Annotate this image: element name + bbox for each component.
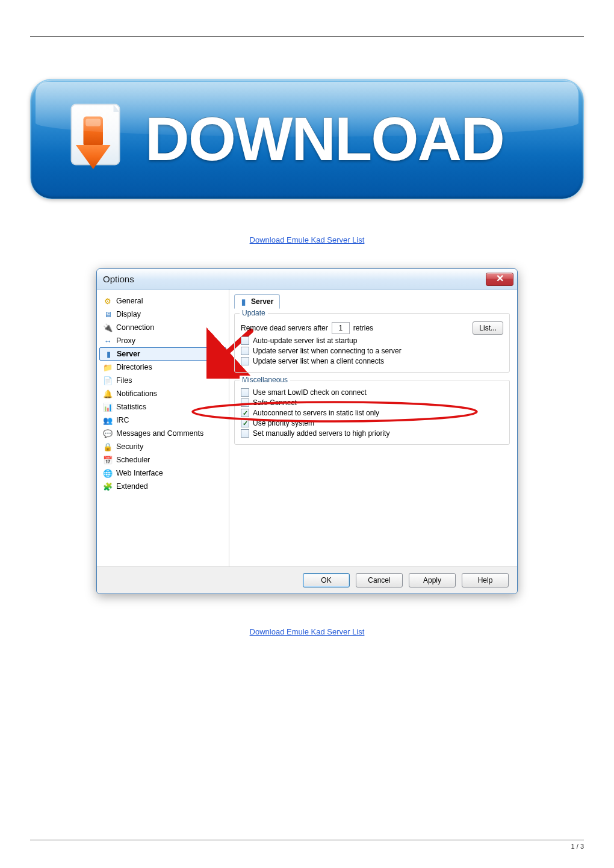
list-button[interactable]: List... xyxy=(473,321,503,335)
statistics-icon: 📊 xyxy=(103,402,113,412)
label-priority_sys: Use priority system xyxy=(253,419,314,427)
titlebar: Options ✕ xyxy=(97,269,517,290)
misc-row-smart_lowid: Use smart LowID check on connect xyxy=(241,388,503,397)
sidebar-item-notifications[interactable]: 🔔Notifications xyxy=(99,387,229,400)
update-group: Update Remove dead servers after retries… xyxy=(234,313,510,373)
update-legend: Update xyxy=(240,309,268,317)
update-row-update_client: Update server list when a client connect… xyxy=(241,357,503,365)
connection-icon: 🔌 xyxy=(103,323,113,332)
sidebar-item-label: Display xyxy=(116,310,141,318)
misc-row-manual_high: Set manually added servers to high prior… xyxy=(241,429,503,438)
extended-icon: 🧩 xyxy=(103,482,113,491)
sidebar-item-server[interactable]: ▮Server xyxy=(99,347,226,361)
retries-suffix: retries xyxy=(353,324,373,332)
sidebar-item-label: Connection xyxy=(116,323,154,332)
directories-icon: 📁 xyxy=(103,362,113,372)
button-bar: OK Cancel Apply Help xyxy=(97,566,517,594)
remove-dead-label: Remove dead servers after xyxy=(241,324,328,332)
security-icon: 🔒 xyxy=(103,442,113,451)
sidebar-item-general[interactable]: ⚙General xyxy=(99,294,229,308)
sidebar-item-label: Notifications xyxy=(116,389,157,398)
sidebar-item-web[interactable]: 🌐Web Interface xyxy=(99,467,229,480)
tab-server[interactable]: ▮ Server xyxy=(234,294,280,309)
sidebar-item-connection[interactable]: 🔌Connection xyxy=(99,321,229,334)
page-number: 1 / 3 xyxy=(571,843,584,850)
download-banner[interactable]: DOWNLOAD xyxy=(30,79,584,199)
sidebar-item-label: Security xyxy=(116,442,143,451)
label-auto_update: Auto-update server list at startup xyxy=(253,336,357,345)
sidebar-item-label: Proxy xyxy=(116,336,135,345)
sidebar-item-label: Server xyxy=(117,350,140,358)
label-manual_high: Set manually added servers to high prior… xyxy=(253,429,389,438)
misc-row-autoconnect: Autoconnect to servers in static list on… xyxy=(241,409,503,417)
sidebar-item-statistics[interactable]: 📊Statistics xyxy=(99,400,229,414)
sidebar-item-extended[interactable]: 🧩Extended xyxy=(99,480,229,493)
sidebar-item-directories[interactable]: 📁Directories xyxy=(99,361,229,374)
misc-group: Miscellaneous Use smart LowID check on c… xyxy=(234,380,510,445)
sidebar-item-security[interactable]: 🔒Security xyxy=(99,440,229,453)
server-panel: ▮ Server Update Remove dead servers afte… xyxy=(229,290,517,566)
misc-row-safe_connect: Safe Connect xyxy=(241,398,503,407)
misc-legend: Miscellaneous xyxy=(240,376,290,384)
notifications-icon: 🔔 xyxy=(103,389,113,398)
sidebar-item-messages[interactable]: 💬Messages and Comments xyxy=(99,427,229,440)
update-row-update_server: Update server list when connecting to a … xyxy=(241,347,503,355)
sidebar: ⚙General🖥Display🔌Connection↔Proxy▮Server… xyxy=(97,290,229,566)
sidebar-item-label: Web Interface xyxy=(116,469,163,477)
top-rule xyxy=(30,36,584,37)
misc-row-priority_sys: Use priority system xyxy=(241,419,503,427)
label-safe_connect: Safe Connect xyxy=(253,398,297,407)
download-banner-text: DOWNLOAD xyxy=(145,104,504,175)
proxy-icon: ↔ xyxy=(103,336,113,346)
dialog-title: Options xyxy=(103,274,486,284)
apply-button[interactable]: Apply xyxy=(409,573,456,587)
irc-icon: 👥 xyxy=(103,415,113,425)
sidebar-item-label: Scheduler xyxy=(116,456,150,464)
label-update_client: Update server list when a client connect… xyxy=(253,357,384,365)
sidebar-item-irc[interactable]: 👥IRC xyxy=(99,414,229,427)
sidebar-item-display[interactable]: 🖥Display xyxy=(99,308,229,321)
sidebar-item-proxy[interactable]: ↔Proxy xyxy=(99,334,229,347)
retries-input[interactable] xyxy=(332,322,350,334)
sidebar-item-label: General xyxy=(116,297,143,305)
label-update_server: Update server list when connecting to a … xyxy=(253,347,402,355)
checkbox-auto_update[interactable] xyxy=(241,336,249,345)
tab-label: Server xyxy=(251,297,273,306)
help-button[interactable]: Help xyxy=(462,573,509,587)
options-dialog: Options ✕ ⚙General🖥Display🔌Connection↔Pr… xyxy=(96,268,518,594)
ok-button[interactable]: OK xyxy=(303,573,350,587)
sidebar-item-label: Directories xyxy=(116,363,152,371)
sidebar-item-label: Statistics xyxy=(116,403,146,411)
server-icon: ▮ xyxy=(104,349,113,359)
svg-rect-4 xyxy=(85,119,101,126)
sidebar-item-label: Extended xyxy=(116,482,148,491)
label-smart_lowid: Use smart LowID check on connect xyxy=(253,388,367,397)
general-icon: ⚙ xyxy=(103,296,113,306)
scheduler-icon: 📅 xyxy=(103,455,113,465)
download-icon xyxy=(43,88,145,190)
checkbox-update_server[interactable] xyxy=(241,347,249,355)
server-icon: ▮ xyxy=(238,297,248,306)
checkbox-autoconnect[interactable] xyxy=(241,409,249,417)
download-link-top[interactable]: Download Emule Kad Server List xyxy=(250,235,365,244)
checkbox-safe_connect[interactable] xyxy=(241,398,249,407)
checkbox-update_client[interactable] xyxy=(241,357,249,365)
messages-icon: 💬 xyxy=(103,429,113,438)
update-row-auto_update: Auto-update server list at startup xyxy=(241,336,503,345)
sidebar-item-label: IRC xyxy=(116,416,129,424)
files-icon: 📄 xyxy=(103,376,113,385)
cancel-button[interactable]: Cancel xyxy=(356,573,403,587)
page-footer: 1 / 3 xyxy=(30,840,584,850)
label-autoconnect: Autoconnect to servers in static list on… xyxy=(253,409,379,417)
sidebar-item-label: Files xyxy=(116,376,132,385)
sidebar-item-scheduler[interactable]: 📅Scheduler xyxy=(99,453,229,467)
download-link-bottom[interactable]: Download Emule Kad Server List xyxy=(250,627,365,636)
checkbox-manual_high[interactable] xyxy=(241,429,249,438)
display-icon: 🖥 xyxy=(103,309,113,319)
web-icon: 🌐 xyxy=(103,468,113,478)
checkbox-priority_sys[interactable] xyxy=(241,419,249,427)
sidebar-item-files[interactable]: 📄Files xyxy=(99,374,229,387)
sidebar-item-label: Messages and Comments xyxy=(116,429,203,438)
checkbox-smart_lowid[interactable] xyxy=(241,388,249,397)
close-button[interactable]: ✕ xyxy=(486,273,513,286)
